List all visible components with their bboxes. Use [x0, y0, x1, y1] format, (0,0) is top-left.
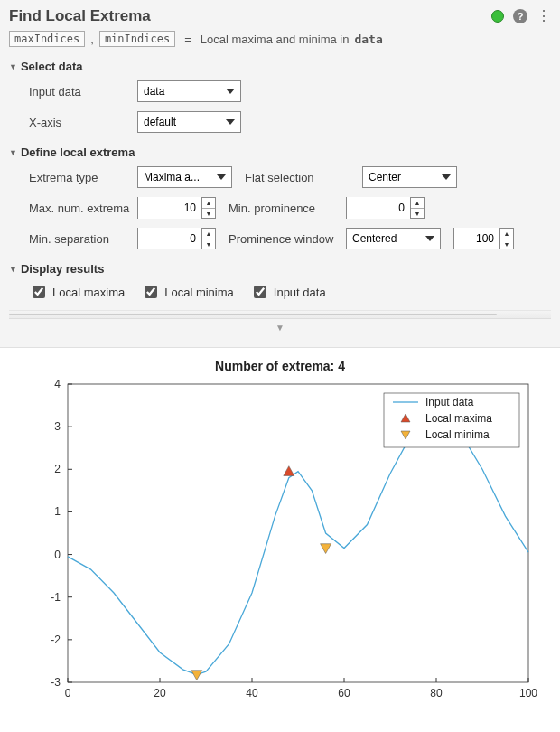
- svg-text:Input data: Input data: [425, 396, 474, 408]
- extrema-type-select[interactable]: Maxima a...: [137, 166, 232, 188]
- svg-text:60: 60: [338, 687, 350, 699]
- svg-text:1: 1: [54, 505, 61, 518]
- min-sep-label: Min. separation: [29, 232, 137, 246]
- section-select-data[interactable]: ▼ Select data: [9, 60, 551, 73]
- step-up-icon[interactable]: ▲: [500, 229, 513, 239]
- svg-text:Local minima: Local minima: [425, 428, 490, 441]
- step-down-icon[interactable]: ▼: [202, 209, 215, 219]
- svg-text:Number of extrema: 4: Number of extrema: 4: [215, 359, 345, 373]
- max-num-input[interactable]: ▲▼: [137, 197, 216, 219]
- svg-text:-2: -2: [51, 633, 61, 646]
- svg-text:3: 3: [54, 420, 61, 433]
- step-up-icon[interactable]: ▲: [411, 198, 424, 209]
- caret-down-icon: ▼: [9, 62, 17, 71]
- flat-selection-select[interactable]: Center: [362, 166, 457, 188]
- svg-text:4: 4: [54, 378, 61, 390]
- prom-win-select[interactable]: Centered: [346, 228, 441, 249]
- step-up-icon[interactable]: ▲: [202, 198, 215, 209]
- section-display-results[interactable]: ▼ Display results: [9, 262, 551, 276]
- svg-text:80: 80: [430, 687, 443, 699]
- svg-text:-1: -1: [51, 591, 61, 604]
- status-dot-icon: [491, 10, 504, 23]
- caret-down-icon: ▼: [9, 265, 17, 274]
- step-down-icon[interactable]: ▼: [202, 239, 215, 249]
- min-prom-input[interactable]: ▲▼: [346, 197, 425, 219]
- svg-text:0: 0: [54, 549, 61, 561]
- input-data-label: Input data: [29, 85, 137, 99]
- output-var-2: minIndices: [99, 31, 175, 47]
- svg-text:2: 2: [54, 463, 61, 475]
- svg-text:0: 0: [65, 687, 71, 699]
- output-var-1: maxIndices: [9, 31, 85, 47]
- svg-text:40: 40: [246, 687, 258, 699]
- svg-text:100: 100: [519, 687, 537, 699]
- prom-win-label: Prominence window: [229, 232, 346, 246]
- input-data-select[interactable]: data: [137, 80, 241, 102]
- prom-win-num-input[interactable]: ▲▼: [453, 228, 514, 249]
- svg-text:20: 20: [154, 687, 166, 699]
- caret-down-icon: ▼: [9, 148, 17, 157]
- chart: Number of extrema: 4020406080100-3-2-101…: [18, 357, 542, 709]
- step-up-icon[interactable]: ▲: [202, 229, 215, 239]
- help-icon[interactable]: ?: [513, 9, 527, 23]
- xaxis-label: X-axis: [29, 116, 137, 129]
- signature-row: maxIndices , minIndices = Local maxima a…: [9, 31, 551, 47]
- step-down-icon[interactable]: ▼: [500, 239, 513, 249]
- min-sep-input[interactable]: ▲▼: [137, 228, 216, 249]
- min-prom-label: Min. prominence: [229, 202, 346, 215]
- flat-selection-label: Flat selection: [245, 171, 362, 184]
- section-define-extrema[interactable]: ▼ Define local extrema: [9, 145, 551, 159]
- more-icon[interactable]: ⋮: [537, 9, 551, 23]
- page-title: Find Local Extrema: [9, 7, 151, 25]
- svg-text:-3: -3: [51, 676, 61, 689]
- max-num-label: Max. num. extrema: [29, 202, 137, 215]
- check-local-minima[interactable]: Local minima: [141, 283, 234, 301]
- xaxis-select[interactable]: default: [137, 111, 241, 133]
- svg-text:Local maxima: Local maxima: [425, 412, 492, 425]
- check-local-maxima[interactable]: Local maxima: [29, 283, 125, 301]
- step-down-icon[interactable]: ▼: [411, 209, 424, 219]
- extrema-type-label: Extrema type: [29, 171, 137, 184]
- check-input-data[interactable]: Input data: [250, 283, 326, 301]
- resize-grip[interactable]: [9, 310, 551, 319]
- collapse-icon[interactable]: ▼: [9, 319, 551, 336]
